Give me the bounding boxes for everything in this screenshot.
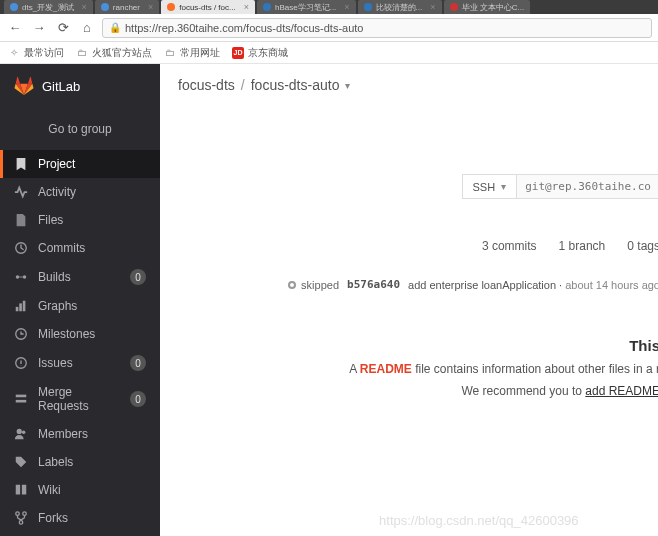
- sidebar-item-graphs[interactable]: Graphs: [0, 292, 160, 320]
- clock-icon: [14, 327, 28, 341]
- add-readme-link[interactable]: add README: [585, 384, 658, 398]
- svg-point-10: [17, 429, 22, 434]
- commit-sha[interactable]: b576a640: [347, 278, 400, 291]
- svg-point-2: [23, 275, 27, 279]
- commits-count[interactable]: 3 commits: [482, 239, 537, 253]
- svg-point-12: [16, 512, 20, 516]
- files-icon: [14, 213, 28, 227]
- commit-message: add enterprise loanApplication · about 1…: [408, 279, 658, 291]
- sidebar-item-label: Commits: [38, 241, 85, 255]
- watermark: https://blog.csdn.net/qq_42600396: [379, 513, 579, 528]
- close-icon[interactable]: ×: [344, 2, 349, 12]
- svg-rect-8: [16, 395, 27, 398]
- readme-link[interactable]: README: [360, 362, 412, 376]
- svg-point-11: [22, 431, 26, 435]
- url-input[interactable]: 🔒 https://rep.360taihe.com/focus-dts/foc…: [102, 18, 652, 38]
- readme-notice: This A README file contains information …: [349, 332, 658, 402]
- sidebar-item-label: Labels: [38, 455, 73, 469]
- home-button[interactable]: ⌂: [78, 19, 96, 37]
- browser-tab[interactable]: 比较清楚的...×: [358, 0, 442, 14]
- star-icon: ✧: [8, 47, 20, 59]
- bookmark-jd[interactable]: JD京东商城: [232, 46, 288, 60]
- readme-title: This: [349, 332, 658, 359]
- sidebar-item-label: Builds: [38, 270, 71, 284]
- sidebar-item-issues[interactable]: Issues 0: [0, 348, 160, 378]
- browser-tab[interactable]: dts_开发_测试×: [4, 0, 93, 14]
- sidebar-item-label: Activity: [38, 185, 76, 199]
- svg-point-13: [23, 512, 27, 516]
- url-text: https://rep.360taihe.com/focus-dts/focus…: [125, 22, 363, 34]
- breadcrumb-project[interactable]: focus-dts-auto: [251, 77, 340, 93]
- bookmarks-bar: ✧最常访问 🗀火狐官方站点 🗀常用网址 JD京东商城: [0, 42, 658, 64]
- sidebar-item-commits[interactable]: Commits: [0, 234, 160, 262]
- sidebar-item-label: Forks: [38, 511, 68, 525]
- issues-icon: [14, 356, 28, 370]
- sidebar-item-wiki[interactable]: Wiki: [0, 476, 160, 504]
- tags-count[interactable]: 0 tags: [627, 239, 658, 253]
- gitlab-logo-icon: [14, 76, 34, 96]
- forward-button[interactable]: →: [30, 19, 48, 37]
- svg-rect-5: [23, 301, 26, 312]
- bookmark-frequent[interactable]: ✧最常访问: [8, 46, 64, 60]
- sidebar-item-label: Graphs: [38, 299, 77, 313]
- merge-icon: [14, 392, 28, 406]
- svg-rect-4: [19, 303, 22, 311]
- browser-tabs-bar: dts_开发_测试× rancher× focus-dts / foc...× …: [0, 0, 658, 14]
- breadcrumb-group[interactable]: focus-dts: [178, 77, 235, 93]
- sidebar-item-milestones[interactable]: Milestones: [0, 320, 160, 348]
- sidebar-item-builds[interactable]: Builds 0: [0, 262, 160, 292]
- sidebar-item-files[interactable]: Files: [0, 206, 160, 234]
- browser-tab-active[interactable]: focus-dts / foc...×: [161, 0, 255, 14]
- count-badge: 0: [130, 391, 146, 407]
- back-button[interactable]: ←: [6, 19, 24, 37]
- branches-count[interactable]: 1 branch: [559, 239, 606, 253]
- sidebar-item-labels[interactable]: Labels: [0, 448, 160, 476]
- count-badge: 0: [130, 355, 146, 371]
- browser-tab[interactable]: hBase学习笔记...×: [257, 0, 356, 14]
- clone-url-input[interactable]: git@rep.360taihe.co: [517, 174, 658, 199]
- protocol-dropdown[interactable]: SSH ▾: [462, 174, 518, 199]
- chevron-down-icon[interactable]: ▾: [345, 80, 350, 91]
- sidebar-item-merge-requests[interactable]: Merge Requests 0: [0, 378, 160, 420]
- browser-tab[interactable]: 毕业 文本中心C...: [444, 0, 531, 14]
- sidebar-item-label: Files: [38, 213, 63, 227]
- fork-icon: [14, 511, 28, 525]
- sidebar-item-forks[interactable]: Forks: [0, 504, 160, 532]
- book-icon: [14, 483, 28, 497]
- sidebar-brand[interactable]: GitLab: [0, 64, 160, 108]
- builds-icon: [14, 270, 28, 284]
- breadcrumb: focus-dts / focus-dts-auto ▾: [178, 77, 350, 93]
- chevron-down-icon: ▾: [501, 181, 506, 192]
- close-icon[interactable]: ×: [430, 2, 435, 12]
- sidebar-item-label: Merge Requests: [38, 385, 120, 413]
- pipeline-status[interactable]: skipped: [288, 279, 339, 291]
- svg-rect-9: [16, 400, 27, 403]
- browser-nav-bar: ← → ⟳ ⌂ 🔒 https://rep.360taihe.com/focus…: [0, 14, 658, 42]
- clone-row: SSH ▾ git@rep.360taihe.co: [462, 174, 658, 199]
- svg-point-14: [19, 521, 23, 525]
- close-icon[interactable]: ×: [148, 2, 153, 12]
- sidebar-item-label: Milestones: [38, 327, 95, 341]
- folder-icon: 🗀: [76, 47, 88, 59]
- sidebar-item-members[interactable]: Members: [0, 420, 160, 448]
- project-stats: 3 commits 1 branch 0 tags: [482, 239, 658, 253]
- bookmark-firefox[interactable]: 🗀火狐官方站点: [76, 46, 152, 60]
- close-icon[interactable]: ×: [82, 2, 87, 12]
- sidebar-item-label: Members: [38, 427, 88, 441]
- graph-icon: [14, 299, 28, 313]
- sidebar-item-label: Project: [38, 157, 75, 171]
- bookmark-common[interactable]: 🗀常用网址: [164, 46, 220, 60]
- sidebar-item-activity[interactable]: Activity: [0, 178, 160, 206]
- browser-tab[interactable]: rancher×: [95, 0, 159, 14]
- pipeline-status-icon: [288, 281, 296, 289]
- sidebar-item-label: Issues: [38, 356, 73, 370]
- activity-icon: [14, 185, 28, 199]
- members-icon: [14, 427, 28, 441]
- close-icon[interactable]: ×: [244, 2, 249, 12]
- go-to-group-link[interactable]: Go to group: [0, 108, 160, 150]
- bookmark-icon: [14, 157, 28, 171]
- svg-rect-3: [16, 307, 19, 311]
- lock-icon: 🔒: [109, 22, 121, 33]
- sidebar-item-project[interactable]: Project: [0, 150, 160, 178]
- reload-button[interactable]: ⟳: [54, 19, 72, 37]
